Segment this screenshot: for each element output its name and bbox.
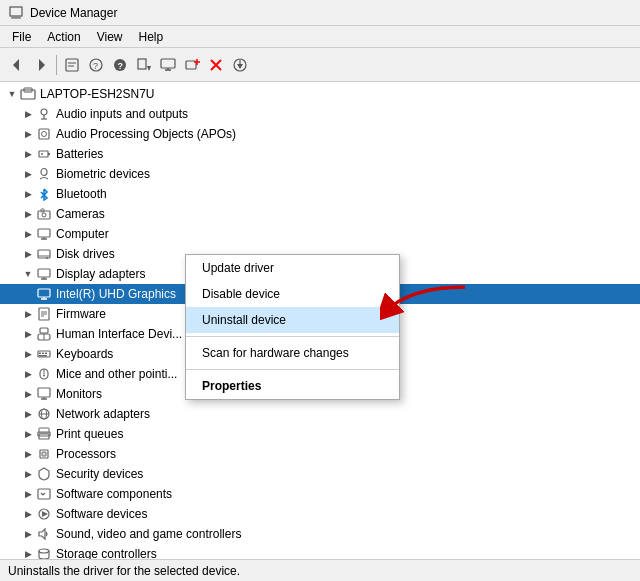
hid-icon — [36, 326, 52, 342]
expand[interactable]: ▶ — [20, 506, 36, 522]
monitors-label: Monitors — [56, 387, 102, 401]
tree-root[interactable]: ▼ LAPTOP-ESH2SN7U — [0, 84, 640, 104]
tree-software-devices[interactable]: ▶ Software devices — [0, 504, 640, 524]
expand[interactable]: ▶ — [20, 126, 36, 142]
svg-point-45 — [46, 257, 48, 259]
ctx-update-driver[interactable]: Update driver — [186, 255, 399, 281]
tree-biometric[interactable]: ▶ Biometric devices — [0, 164, 640, 184]
menu-file[interactable]: File — [4, 28, 39, 46]
expand[interactable]: ▶ — [20, 206, 36, 222]
svg-point-36 — [41, 169, 47, 176]
menu-action[interactable]: Action — [39, 28, 88, 46]
tree-security[interactable]: ▶ Security devices — [0, 464, 640, 484]
svg-rect-49 — [38, 289, 50, 297]
bluetooth-label: Bluetooth — [56, 187, 107, 201]
root-expand[interactable]: ▼ — [4, 86, 20, 102]
expand[interactable]: ▶ — [20, 186, 36, 202]
tree-sound[interactable]: ▶ Sound, video and game controllers — [0, 524, 640, 544]
computer-label: Computer — [56, 227, 109, 241]
sound-icon — [36, 526, 52, 542]
security-label: Security devices — [56, 467, 143, 481]
print-icon — [36, 426, 52, 442]
svg-point-31 — [42, 132, 47, 137]
toolbar-scan[interactable] — [133, 54, 155, 76]
intel-uhd-label: Intel(R) UHD Graphics — [56, 287, 176, 301]
tree-network[interactable]: ▶ Network adapters — [0, 404, 640, 424]
title-bar-text: Device Manager — [30, 6, 117, 20]
expand[interactable]: ▶ — [20, 106, 36, 122]
expand[interactable]: ▶ — [20, 446, 36, 462]
toolbar-properties[interactable] — [61, 54, 83, 76]
network-icon — [36, 406, 52, 422]
processors-icon — [36, 446, 52, 462]
ctx-uninstall-device[interactable]: Uninstall device — [186, 307, 399, 333]
context-menu: Update driver Disable device Uninstall d… — [185, 254, 400, 400]
biometric-label: Biometric devices — [56, 167, 150, 181]
svg-text:?: ? — [93, 61, 98, 71]
toolbar-device[interactable] — [181, 54, 203, 76]
expand[interactable]: ▶ — [20, 166, 36, 182]
display-adapters-icon — [36, 266, 52, 282]
expand[interactable]: ▶ — [20, 306, 36, 322]
disk-drives-label: Disk drives — [56, 247, 115, 261]
tree-bluetooth[interactable]: ▶ Bluetooth — [0, 184, 640, 204]
tree-processors[interactable]: ▶ Processors — [0, 444, 640, 464]
tree-batteries[interactable]: ▶ Batteries — [0, 144, 640, 164]
expand[interactable]: ▶ — [20, 326, 36, 342]
toolbar-update-driver[interactable]: ? — [85, 54, 107, 76]
svg-rect-32 — [39, 151, 48, 157]
expand[interactable]: ▶ — [20, 346, 36, 362]
toolbar-remove[interactable] — [205, 54, 227, 76]
expand[interactable]: ▶ — [20, 426, 36, 442]
svg-rect-63 — [39, 355, 47, 357]
expand[interactable]: ▶ — [20, 486, 36, 502]
expand[interactable]: ▶ — [20, 386, 36, 402]
tree-print[interactable]: ▶ Print queues — [0, 424, 640, 444]
svg-text:?: ? — [118, 61, 124, 71]
expand[interactable]: ▶ — [20, 546, 36, 559]
svg-rect-12 — [138, 59, 146, 69]
expand[interactable]: ▶ — [20, 466, 36, 482]
expand[interactable]: ▶ — [20, 406, 36, 422]
app-icon — [8, 5, 24, 21]
ctx-disable-device[interactable]: Disable device — [186, 281, 399, 307]
tree-computer[interactable]: ▶ Computer — [0, 224, 640, 244]
expand[interactable]: ▶ — [20, 246, 36, 262]
ctx-properties[interactable]: Properties — [186, 373, 399, 399]
mice-icon — [36, 366, 52, 382]
processors-label: Processors — [56, 447, 116, 461]
tree-software-components[interactable]: ▶ Software components — [0, 484, 640, 504]
status-bar: Uninstalls the driver for the selected d… — [0, 559, 640, 581]
toolbar-sep-1 — [56, 55, 57, 75]
toolbar-help[interactable]: ? — [109, 54, 131, 76]
tree-cameras[interactable]: ▶ Cameras — [0, 204, 640, 224]
title-bar: Device Manager — [0, 0, 640, 26]
tree-audio-apo[interactable]: ▶ Audio Processing Objects (APOs) — [0, 124, 640, 144]
toolbar-download[interactable] — [229, 54, 251, 76]
audio-apo-icon — [36, 126, 52, 142]
ctx-sep-1 — [186, 336, 399, 337]
keyboards-icon — [36, 346, 52, 362]
display-adapters-label: Display adapters — [56, 267, 145, 281]
main-area: ▼ LAPTOP-ESH2SN7U ▶ Audio inputs and out… — [0, 82, 640, 559]
audio-apo-label: Audio Processing Objects (APOs) — [56, 127, 236, 141]
expand[interactable]: ▶ — [20, 526, 36, 542]
toolbar-forward[interactable] — [30, 54, 52, 76]
expand[interactable]: ▼ — [20, 266, 36, 282]
tree-audio-inputs[interactable]: ▶ Audio inputs and outputs — [0, 104, 640, 124]
expand[interactable]: ▶ — [20, 226, 36, 242]
menu-view[interactable]: View — [89, 28, 131, 46]
software-components-label: Software components — [56, 487, 172, 501]
expand[interactable]: ▶ — [20, 366, 36, 382]
svg-rect-25 — [21, 90, 35, 99]
software-devices-label: Software devices — [56, 507, 147, 521]
tree-storage[interactable]: ▶ Storage controllers — [0, 544, 640, 559]
ctx-scan-hardware[interactable]: Scan for hardware changes — [186, 340, 399, 366]
storage-icon — [36, 546, 52, 559]
toolbar-monitor[interactable] — [157, 54, 179, 76]
audio-inputs-label: Audio inputs and outputs — [56, 107, 188, 121]
menu-help[interactable]: Help — [131, 28, 172, 46]
toolbar-back[interactable] — [6, 54, 28, 76]
svg-rect-33 — [48, 153, 50, 155]
expand[interactable]: ▶ — [20, 146, 36, 162]
